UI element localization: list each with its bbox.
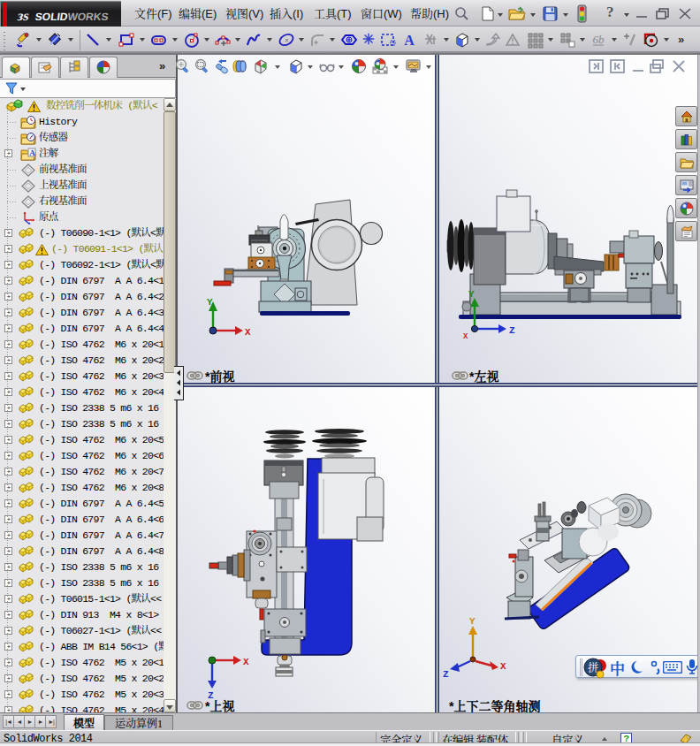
svg-text:6b: 6b — [593, 33, 605, 46]
svg-text:Z: Z — [443, 669, 449, 680]
svg-text:X: X — [245, 327, 251, 338]
svg-text:X: X — [500, 661, 506, 672]
svg-text:A: A — [404, 33, 415, 48]
svg-text:Z: Z — [509, 325, 515, 336]
svg-text:Y: Y — [207, 297, 213, 308]
svg-text:зs: зs — [16, 8, 30, 23]
svg-text:SOLIDWORKS: SOLIDWORKS — [34, 11, 110, 23]
svg-text:X: X — [243, 657, 249, 667]
svg-text:Y: Y — [469, 616, 476, 627]
svg-text:Y: Y — [468, 289, 475, 300]
svg-text:拼: 拼 — [588, 659, 598, 674]
svg-text:X: X — [463, 332, 468, 341]
